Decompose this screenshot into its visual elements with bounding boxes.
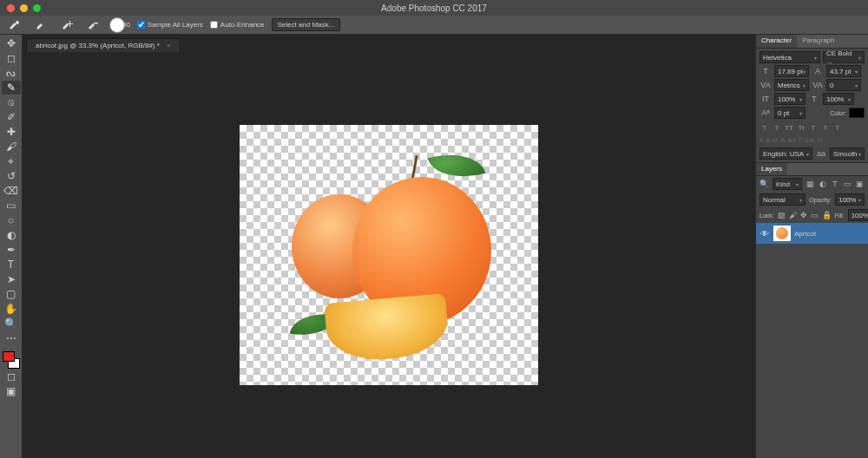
quick-mask-toggle[interactable]: ◻ (2, 370, 21, 383)
opentype-feature-6[interactable]: 1st (805, 136, 814, 144)
move-tool[interactable]: ✥ (2, 36, 21, 50)
tracking-icon: VA (812, 79, 824, 91)
lock-label: Lock: (760, 213, 774, 219)
subtract-from-selection-icon[interactable] (83, 17, 102, 33)
horizontal-scale-input[interactable]: 100% (823, 93, 854, 105)
filter-smart-icon[interactable]: ▣ (856, 178, 865, 190)
select-and-mask-button[interactable]: Select and Mask... (272, 18, 341, 31)
opentype-feature-4[interactable]: ad (787, 136, 795, 144)
tab-paragraph[interactable]: Paragraph (797, 35, 839, 48)
vertical-scale-icon: IT (760, 93, 772, 105)
app-title: Adobe Photoshop CC 2017 (0, 3, 868, 13)
add-to-selection-icon[interactable] (57, 17, 76, 33)
text-color-swatch[interactable] (849, 108, 865, 118)
layer-name-label: Apricot (794, 230, 816, 238)
dodge-tool[interactable]: ◐ (2, 228, 21, 242)
font-family-select[interactable]: Helvetica (760, 51, 820, 63)
sample-all-layers-checkbox[interactable]: Sample All Layers (137, 21, 203, 29)
hand-tool[interactable]: ✋ (2, 302, 21, 316)
opentype-feature-5[interactable]: T (798, 136, 802, 144)
path-selection-tool[interactable]: ➤ (2, 272, 21, 286)
auto-enhance-checkbox[interactable]: Auto-Enhance (210, 21, 265, 29)
lock-artboard-icon[interactable]: ▭ (811, 209, 819, 221)
crop-tool[interactable]: ⟃ (2, 95, 21, 109)
gradient-tool[interactable]: ▭ (2, 199, 21, 213)
document-area: abricot.jpg @ 33.3% (Apricot, RGB/8#) * … (23, 35, 755, 458)
zoom-tool[interactable]: 🔍 (2, 317, 21, 330)
filter-pixel-icon[interactable]: ▦ (806, 178, 814, 190)
lock-all-icon[interactable]: 🔒 (822, 209, 832, 221)
brush-picker[interactable]: 40 (109, 17, 130, 33)
leading-input[interactable]: 43.7 pt (826, 65, 861, 77)
anti-alias-select[interactable]: Smooth (830, 147, 865, 160)
eraser-tool[interactable]: ⌫ (2, 184, 21, 198)
auto-enhance-input[interactable] (210, 21, 218, 29)
color-swatches[interactable] (3, 351, 20, 369)
blur-tool[interactable]: ○ (2, 213, 21, 227)
fill-label: Fill: (835, 213, 845, 219)
baseline-shift-input[interactable]: 0 pt (774, 107, 806, 119)
stamp-tool[interactable]: ⌖ (2, 154, 21, 168)
filter-adjustment-icon[interactable]: ◐ (818, 178, 826, 190)
type-style-2[interactable]: TT (784, 122, 794, 133)
marquee-tool[interactable]: ◻ (2, 51, 21, 65)
type-style-4[interactable]: T (808, 122, 819, 133)
document-tab[interactable]: abricot.jpg @ 33.3% (Apricot, RGB/8#) * … (26, 38, 181, 52)
minimize-window-button[interactable] (20, 4, 28, 12)
type-style-5[interactable]: T (820, 122, 831, 133)
brush-tool[interactable]: 🖌 (2, 140, 21, 154)
layer-filter-kind-select[interactable]: Kind (773, 178, 802, 190)
foreground-color-swatch[interactable] (3, 351, 15, 362)
lasso-tool[interactable]: ᔓ (2, 66, 21, 80)
sample-all-layers-input[interactable] (137, 21, 145, 29)
horizontal-scale-icon: T (808, 93, 820, 105)
tab-character[interactable]: Character (756, 35, 797, 48)
opentype-feature-1[interactable]: ø (766, 136, 770, 144)
type-tool[interactable]: T (2, 258, 21, 272)
fill-input[interactable]: 100% (848, 209, 868, 221)
type-style-6[interactable]: T (832, 122, 843, 133)
close-tab-icon[interactable]: × (167, 42, 171, 49)
layer-thumbnail[interactable] (773, 226, 791, 241)
kerning-input[interactable]: Metrics (774, 79, 809, 91)
opentype-feature-2[interactable]: st (773, 136, 778, 144)
shape-tool[interactable]: ▢ (2, 287, 21, 301)
edit-toolbar[interactable]: ⋯ (2, 331, 21, 345)
tab-layers[interactable]: Layers (756, 163, 787, 175)
tracking-input[interactable]: 0 (826, 79, 861, 91)
svg-rect-1 (94, 23, 98, 24)
vertical-scale-input[interactable]: 100% (774, 93, 806, 105)
opentype-feature-3[interactable]: A (780, 136, 785, 144)
new-selection-icon[interactable] (31, 17, 50, 33)
lock-transparency-icon[interactable]: ▨ (778, 209, 786, 221)
baseline-shift-icon: Aª (760, 107, 772, 119)
opentype-feature-7[interactable]: ½ (817, 136, 823, 144)
language-select[interactable]: English: USA (760, 147, 812, 160)
lock-position-icon[interactable]: ✥ (800, 209, 807, 221)
lock-pixels-icon[interactable]: 🖌 (789, 209, 797, 221)
type-style-0[interactable]: T (760, 122, 770, 133)
history-brush-tool[interactable]: ↺ (2, 169, 21, 183)
screen-mode-toggle[interactable]: ▣ (2, 384, 21, 398)
healing-brush-tool[interactable]: ✚ (2, 125, 21, 139)
font-style-select[interactable]: CE Bold ... (823, 51, 865, 63)
layer-visibility-icon[interactable]: 👁 (760, 229, 770, 239)
type-style-3[interactable]: Tt (796, 122, 806, 133)
quick-selection-tool[interactable]: ✎ (2, 81, 21, 95)
layer-row[interactable]: 👁 Apricot (756, 223, 868, 244)
maximize-window-button[interactable] (33, 4, 41, 12)
font-size-input[interactable]: 17.89 pt (774, 65, 809, 77)
auto-enhance-label: Auto-Enhance (220, 21, 265, 29)
opacity-input[interactable]: 100% (835, 193, 865, 206)
filter-type-layer-icon[interactable]: T (831, 178, 839, 190)
eyedropper-tool[interactable]: ✐ (2, 110, 21, 124)
tool-preset-picker[interactable] (5, 17, 24, 33)
filter-shape-icon[interactable]: ▭ (843, 178, 852, 190)
opentype-feature-0[interactable]: fi (760, 136, 763, 144)
close-window-button[interactable] (7, 4, 15, 12)
blend-mode-select[interactable]: Normal (760, 193, 806, 206)
pen-tool[interactable]: ✒ (2, 243, 21, 257)
type-style-1[interactable]: T (772, 122, 782, 133)
canvas[interactable] (240, 125, 538, 385)
canvas-viewport[interactable] (23, 52, 755, 458)
